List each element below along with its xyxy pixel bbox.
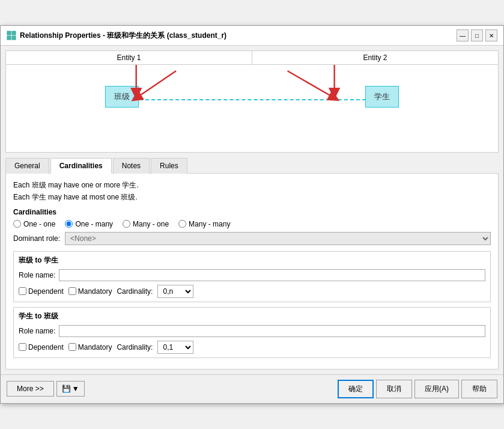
close-button[interactable]: ✕ — [485, 29, 497, 41]
entity2-box: 学生 — [365, 86, 399, 108]
dominant-role-select[interactable]: <None> — [65, 232, 491, 245]
svg-rect-3 — [12, 36, 16, 40]
cardinality-label-2: Cardinality: — [117, 343, 153, 351]
cardinality-select-2[interactable]: 0,1 1,1 0,n 1,n — [157, 341, 193, 354]
svg-line-4 — [136, 71, 176, 98]
options-row-1: Dependent Mandatory Cardinality: 0,n 1,n… — [19, 285, 485, 298]
main-window: Relationship Properties - 班级和学生的关系 (clas… — [0, 25, 504, 403]
relation-section-2: 学生 to 班级 Role name: Dependent Mandatory … — [13, 307, 491, 358]
entity1-header: Entity 1 — [6, 51, 252, 64]
mandatory-label-1: Mandatory — [78, 287, 112, 296]
role-name-label-2: Role name: — [19, 327, 55, 335]
relation-section1-title: 班级 to 学生 — [19, 255, 485, 266]
mandatory-check-2[interactable]: Mandatory — [68, 343, 112, 351]
radio-one-many-label: One - many — [75, 220, 113, 228]
title-bar-left: Relationship Properties - 班级和学生的关系 (clas… — [7, 31, 226, 41]
tab-content-cardinalities: Each 班级 may have one or more 学生. Each 学生… — [5, 174, 499, 369]
cardinality-label-1: Cardinality: — [117, 287, 153, 296]
entity1-box: 班级 — [105, 86, 139, 108]
connector-line — [139, 99, 366, 100]
role-name-input-1[interactable] — [59, 269, 485, 281]
cancel-button[interactable]: 取消 — [376, 380, 412, 398]
apply-button[interactable]: 应用(A) — [414, 380, 459, 398]
diagram-area: Entity 1 Entity 2 班级 学生 — [5, 50, 499, 153]
tab-general[interactable]: General — [5, 158, 49, 174]
diagram-arrows — [6, 65, 498, 143]
tab-bar: General Cardinalities Notes Rules — [5, 157, 499, 174]
cardinalities-label: Cardinalities — [13, 208, 491, 216]
radio-one-one-input[interactable] — [13, 220, 21, 228]
mandatory-check-1[interactable]: Mandatory — [68, 287, 112, 296]
entity2-header: Entity 2 — [252, 51, 498, 64]
dependent-label-1: Dependent — [28, 287, 64, 296]
description-text: Each 班级 may have one or more 学生. Each 学生… — [13, 180, 491, 202]
confirm-button[interactable]: 确定 — [338, 380, 374, 398]
bottom-left: More >> 💾 ▼ — [7, 381, 85, 397]
minimize-button[interactable]: — — [457, 29, 469, 41]
role-name-label-1: Role name: — [19, 271, 55, 279]
bottom-right: 确定 取消 应用(A) 帮助 — [338, 380, 497, 398]
role-row-1: Role name: — [19, 269, 485, 281]
radio-many-one[interactable]: Many - one — [123, 220, 169, 228]
dependent-check-2[interactable]: Dependent — [19, 343, 64, 351]
mandatory-label-2: Mandatory — [78, 343, 112, 351]
dependent-check-1[interactable]: Dependent — [19, 287, 64, 296]
options-row-2: Dependent Mandatory Cardinality: 0,1 1,1… — [19, 341, 485, 354]
svg-line-5 — [288, 71, 335, 98]
radio-one-many[interactable]: One - many — [65, 220, 113, 228]
svg-rect-0 — [7, 31, 11, 35]
relation-section2-title: 学生 to 班级 — [19, 311, 485, 321]
mandatory-checkbox-2[interactable] — [68, 343, 76, 351]
relation-section-1: 班级 to 学生 Role name: Dependent Mandatory … — [13, 251, 491, 302]
radio-many-many-input[interactable] — [178, 220, 186, 228]
title-bar: Relationship Properties - 班级和学生的关系 (clas… — [1, 26, 503, 46]
desc-line2: Each 学生 may have at most one 班级. — [13, 192, 491, 203]
svg-rect-1 — [12, 31, 16, 35]
radio-many-many-label: Many - many — [189, 220, 230, 228]
role-name-input-2[interactable] — [59, 325, 485, 337]
more-button[interactable]: More >> — [7, 381, 54, 397]
tab-cardinalities[interactable]: Cardinalities — [50, 158, 112, 174]
radio-many-one-input[interactable] — [123, 220, 130, 228]
radio-one-one[interactable]: One - one — [13, 220, 55, 228]
tab-rules[interactable]: Rules — [151, 158, 187, 174]
save-icon: 💾 — [62, 385, 71, 393]
cardinality-select-1[interactable]: 0,n 1,n 0,1 1,1 — [157, 285, 193, 298]
entity-headers: Entity 1 Entity 2 — [6, 51, 498, 65]
help-button[interactable]: 帮助 — [461, 380, 497, 398]
dependent-label-2: Dependent — [28, 343, 64, 351]
radio-many-one-label: Many - one — [133, 220, 169, 228]
radio-one-one-label: One - one — [23, 220, 55, 228]
radio-group: One - one One - many Many - one Many - m… — [13, 220, 491, 228]
save-button[interactable]: 💾 ▼ — [56, 381, 85, 397]
tab-notes[interactable]: Notes — [113, 158, 150, 174]
dependent-checkbox-1[interactable] — [19, 287, 26, 295]
dependent-checkbox-2[interactable] — [19, 343, 26, 351]
title-bar-controls: — □ ✕ — [457, 29, 497, 41]
dropdown-arrow: ▼ — [72, 385, 79, 393]
mandatory-checkbox-1[interactable] — [68, 287, 76, 295]
bottom-bar: More >> 💾 ▼ 确定 取消 应用(A) 帮助 — [1, 374, 503, 403]
role-row-2: Role name: — [19, 325, 485, 337]
diagram-canvas: 班级 学生 — [6, 65, 498, 143]
desc-line1: Each 班级 may have one or more 学生. — [13, 180, 491, 191]
radio-one-many-input[interactable] — [65, 220, 73, 228]
window-icon — [7, 31, 16, 40]
dominant-role-row: Dominant role: <None> — [13, 232, 491, 245]
dominant-role-label: Dominant role: — [13, 234, 60, 243]
window-title: Relationship Properties - 班级和学生的关系 (clas… — [20, 31, 226, 41]
svg-rect-2 — [7, 36, 11, 40]
restore-button[interactable]: □ — [471, 29, 483, 41]
tabs-area: General Cardinalities Notes Rules Each 班… — [5, 157, 499, 369]
radio-many-many[interactable]: Many - many — [178, 220, 230, 228]
